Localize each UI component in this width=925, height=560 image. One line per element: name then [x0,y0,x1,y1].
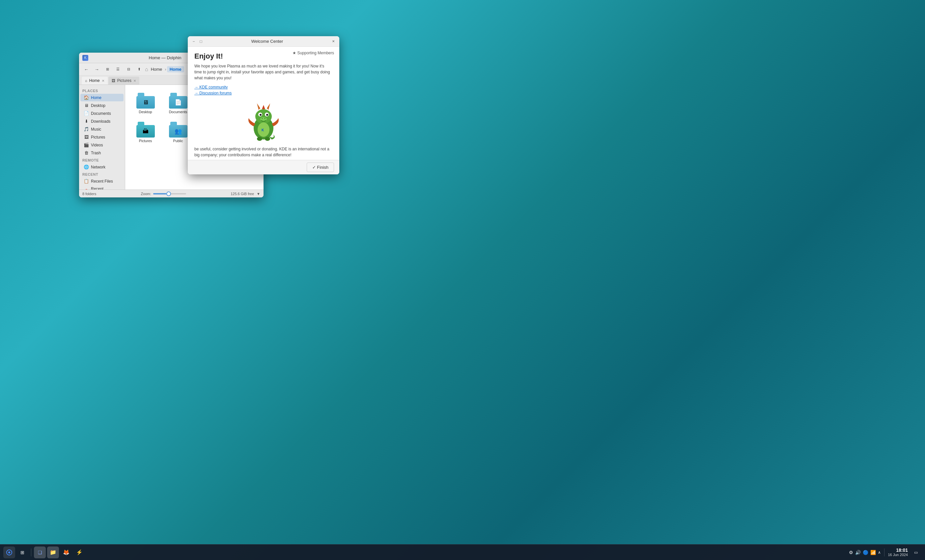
pictures-folder-name: Pictures [139,139,152,143]
plasma-logo-icon [6,549,12,556]
zoom-thumb[interactable] [166,192,171,196]
welcome-maximize-button[interactable]: □ [198,39,203,44]
back-button[interactable]: ← [82,65,91,74]
zoom-label: Zoom: [141,192,151,196]
welcome-minimize-button[interactable]: − [191,39,196,44]
sidebar-recent-locations-label: Recent Locations [91,186,120,189]
dolphin-statusbar: 8 folders Zoom: 125.6 GiB free ▼ [79,189,264,197]
discover-taskbar-button[interactable]: ⚡ [74,546,85,558]
supporting-members-badge[interactable]: ★ Supporting Members [292,51,334,55]
tab-home[interactable]: ⌂ Home ✕ [82,77,108,84]
task1-icon: ❏ [38,550,42,555]
sidebar-item-desktop[interactable]: 🖥 Desktop [80,102,124,109]
kde-icon: K [82,55,88,61]
sidebar-item-network[interactable]: 🌐 Network [80,163,124,171]
sidebar-item-home[interactable]: 🏠 Home [80,94,124,101]
sidebar-home-label: Home [91,95,101,100]
pictures-sidebar-icon: 🖼 [84,135,89,140]
svg-point-5 [266,114,268,116]
sidebar-item-videos[interactable]: 🎬 Videos [80,141,124,149]
supporting-members-label: Supporting Members [297,51,334,55]
sidebar-trash-label: Trash [91,151,101,155]
welcome-text-2: be useful, consider getting involved or … [194,146,333,158]
welcome-body: Enjoy It! We hope you love Plasma as muc… [188,47,339,160]
sidebar-item-recent-files[interactable]: 📋 Recent Files [80,177,124,185]
home-tab-icon: ⌂ [85,79,87,83]
welcome-titlebar: − □ Welcome Center ✕ [188,36,339,47]
pictures-tab-label: Pictures [117,78,131,83]
clock-widget[interactable]: 18:01 16 Jun 2024 [888,548,908,557]
public-folder-icon: 👥 [169,122,187,138]
home-breadcrumb[interactable]: Home [149,66,164,72]
pictures-folder-icon: 🏔 [136,122,155,138]
documents-icon: 📄 [84,111,89,116]
tab-pictures[interactable]: 🖼 Pictures ✕ [108,77,139,84]
recent-label: Recent [79,171,125,177]
documents-folder-icon: 📄 [169,93,187,108]
pictures-tab-close[interactable]: ✕ [133,79,136,83]
svg-point-4 [259,114,262,116]
kde-community-link[interactable]: → KDE community [194,85,333,90]
dolphin-taskbar-button[interactable]: 📁 [47,546,59,558]
icon-view-button[interactable]: ⊞ [103,65,112,74]
clock-time: 18:01 [888,548,908,553]
virtual-desktop-button[interactable]: ⊞ [17,546,28,558]
welcome-close-button[interactable]: ✕ [331,39,336,44]
settings-tray-icon[interactable]: ⚙ [849,550,853,555]
zoom-track [153,193,186,194]
volume-tray-icon[interactable]: 🔊 [855,550,861,555]
welcome-left-controls: − □ [191,39,203,44]
sidebar-item-downloads[interactable]: ⬇ Downloads [80,117,124,125]
star-icon: ★ [292,51,296,55]
list-view-button[interactable]: ☰ [113,65,122,74]
home-current-breadcrumb[interactable]: Home [167,66,184,72]
desktop-background: K Home — Dolphin − □ ✕ ← → ⊞ ☰ ⊟ ⬆ [0,0,925,560]
welcome-center-window: − □ Welcome Center ✕ ★ Supporting Member… [188,36,339,174]
sidebar-item-recent-locations[interactable]: 📍 Recent Locations [80,185,124,189]
home-tab-close[interactable]: ✕ [102,79,104,83]
videos-icon: 🎬 [84,143,89,147]
forward-button[interactable]: → [92,65,101,74]
show-desktop-button[interactable]: ▭ [910,546,922,558]
welcome-window-controls: ✕ [331,39,336,44]
sidebar-recent-files-label: Recent Files [91,179,113,183]
home-icon: 🏠 [84,95,89,100]
wifi-tray-icon[interactable]: 📶 [870,550,876,555]
compact-view-button[interactable]: ⊟ [124,65,133,74]
firefox-taskbar-button[interactable]: 🦊 [60,546,72,558]
places-label: Places [79,87,125,93]
finish-button[interactable]: ✓ Finish [307,162,334,172]
desktop-folder-badge: 🖥 [136,96,155,108]
network-icon: 🌐 [84,165,89,170]
sidebar-item-documents[interactable]: 📄 Documents [80,110,124,117]
welcome-window-title: Welcome Center [203,39,331,44]
statusbar-expand-icon[interactable]: ▼ [257,192,260,196]
trash-icon: 🗑 [84,150,89,155]
discussion-forums-link[interactable]: → Discussion forums [194,91,333,95]
folder-pictures[interactable]: 🏔 Pictures [130,119,160,146]
sidebar-music-label: Music [91,127,101,132]
expand-tray-button[interactable]: ∧ [878,550,881,555]
sidebar-item-trash[interactable]: 🗑 Trash [80,149,124,157]
folder-desktop[interactable]: 🖥 Desktop [130,90,160,117]
app-launcher-button[interactable] [3,546,15,558]
clock-date: 16 Jun 2024 [888,553,908,557]
sidebar-item-pictures[interactable]: 🖼 Pictures [80,133,124,141]
up-button[interactable]: ⬆ [134,65,144,74]
svg-point-17 [8,551,10,553]
zoom-fill [153,193,166,194]
taskbar-separator-2 [884,548,884,556]
home-tab-label: Home [89,78,100,83]
dolphin-left-controls: K [82,55,88,61]
firefox-icon: 🦊 [63,549,69,555]
welcome-text-1: We hope you love Plasma as much as we lo… [194,63,333,81]
task-manager-app1[interactable]: ❏ [34,546,46,558]
svg-marker-9 [257,103,260,110]
sidebar-item-music[interactable]: 🎵 Music [80,125,124,133]
remote-label: Remote [79,157,125,163]
system-tray: ⚙ 🔊 🔵 📶 ∧ [849,550,881,555]
music-icon: 🎵 [84,127,89,132]
svg-marker-11 [262,105,265,109]
zoom-slider-container: Zoom: [99,192,228,196]
bluetooth-tray-icon[interactable]: 🔵 [863,550,868,555]
